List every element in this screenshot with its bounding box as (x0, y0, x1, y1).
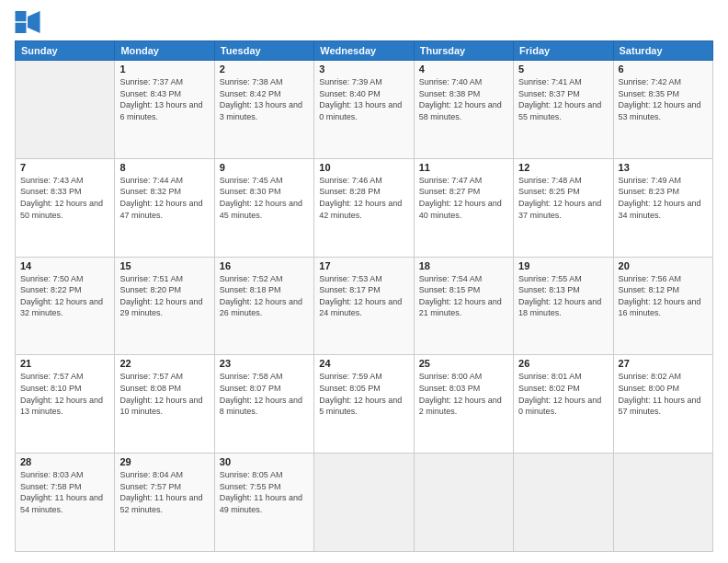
calendar-week-1: 1Sunrise: 7:37 AMSunset: 8:43 PMDaylight… (16, 61, 713, 159)
calendar-cell: 4Sunrise: 7:40 AMSunset: 8:38 PMDaylight… (414, 61, 513, 159)
calendar-cell: 21Sunrise: 7:57 AMSunset: 8:10 PMDayligh… (16, 355, 115, 454)
calendar-table: SundayMondayTuesdayWednesdayThursdayFrid… (15, 40, 713, 552)
day-number: 24 (319, 358, 408, 369)
calendar-cell: 18Sunrise: 7:54 AMSunset: 8:15 PMDayligh… (414, 257, 513, 355)
day-info: Sunrise: 7:53 AMSunset: 8:17 PMDaylight:… (319, 273, 408, 319)
day-number: 7 (20, 162, 109, 173)
day-number: 3 (319, 63, 408, 75)
svg-rect-0 (16, 11, 27, 21)
day-number: 28 (20, 456, 109, 467)
day-info: Sunrise: 7:48 AMSunset: 8:25 PMDaylight:… (518, 175, 608, 221)
day-info: Sunrise: 7:55 AMSunset: 8:13 PMDaylight:… (518, 273, 608, 319)
day-info: Sunrise: 7:57 AMSunset: 8:08 PMDaylight:… (119, 371, 209, 417)
calendar-cell (514, 454, 613, 552)
calendar-cell: 20Sunrise: 7:56 AMSunset: 8:12 PMDayligh… (613, 257, 712, 355)
weekday-header-monday: Monday (115, 41, 214, 61)
day-number: 18 (419, 260, 508, 271)
day-info: Sunrise: 8:01 AMSunset: 8:02 PMDaylight:… (518, 371, 608, 417)
day-info: Sunrise: 7:45 AMSunset: 8:30 PMDaylight:… (220, 175, 309, 221)
calendar-cell: 30Sunrise: 8:05 AMSunset: 7:55 PMDayligh… (214, 454, 313, 552)
calendar-week-5: 28Sunrise: 8:03 AMSunset: 7:58 PMDayligh… (16, 454, 713, 552)
calendar-cell: 23Sunrise: 7:58 AMSunset: 8:07 PMDayligh… (214, 355, 313, 454)
logo (15, 11, 44, 33)
day-number: 17 (319, 260, 408, 271)
day-number: 9 (220, 162, 309, 173)
day-info: Sunrise: 8:03 AMSunset: 7:58 PMDaylight:… (20, 469, 109, 515)
day-info: Sunrise: 7:59 AMSunset: 8:05 PMDaylight:… (319, 371, 408, 417)
calendar-week-4: 21Sunrise: 7:57 AMSunset: 8:10 PMDayligh… (16, 355, 713, 454)
day-number: 23 (220, 358, 309, 369)
day-number: 15 (119, 260, 209, 271)
calendar-cell: 8Sunrise: 7:44 AMSunset: 8:32 PMDaylight… (115, 158, 214, 257)
calendar-cell: 26Sunrise: 8:01 AMSunset: 8:02 PMDayligh… (514, 355, 613, 454)
calendar-cell: 29Sunrise: 8:04 AMSunset: 7:57 PMDayligh… (115, 454, 214, 552)
calendar-cell (613, 454, 712, 552)
day-info: Sunrise: 8:00 AMSunset: 8:03 PMDaylight:… (419, 371, 508, 417)
calendar-cell: 5Sunrise: 7:41 AMSunset: 8:37 PMDaylight… (514, 61, 613, 159)
weekday-header-saturday: Saturday (613, 41, 712, 61)
header (15, 11, 713, 33)
day-number: 25 (419, 358, 508, 369)
day-info: Sunrise: 8:02 AMSunset: 8:00 PMDaylight:… (619, 371, 708, 417)
day-info: Sunrise: 7:58 AMSunset: 8:07 PMDaylight:… (220, 371, 309, 417)
calendar-cell (16, 61, 115, 159)
calendar-cell: 25Sunrise: 8:00 AMSunset: 8:03 PMDayligh… (414, 355, 513, 454)
page: SundayMondayTuesdayWednesdayThursdayFrid… (0, 0, 728, 563)
day-number: 11 (419, 162, 508, 173)
day-info: Sunrise: 7:42 AMSunset: 8:35 PMDaylight:… (619, 76, 708, 122)
calendar-cell: 15Sunrise: 7:51 AMSunset: 8:20 PMDayligh… (115, 257, 214, 355)
day-number: 26 (518, 358, 608, 369)
calendar-cell: 10Sunrise: 7:46 AMSunset: 8:28 PMDayligh… (314, 158, 414, 257)
day-number: 13 (619, 162, 708, 173)
day-number: 4 (419, 63, 508, 75)
day-number: 20 (619, 260, 708, 271)
weekday-header-thursday: Thursday (414, 41, 513, 61)
day-info: Sunrise: 7:38 AMSunset: 8:42 PMDaylight:… (220, 76, 309, 122)
day-number: 12 (518, 162, 608, 173)
day-info: Sunrise: 7:46 AMSunset: 8:28 PMDaylight:… (319, 175, 408, 221)
day-info: Sunrise: 7:51 AMSunset: 8:20 PMDaylight:… (119, 273, 209, 319)
calendar-cell: 2Sunrise: 7:38 AMSunset: 8:42 PMDaylight… (214, 61, 313, 159)
calendar-cell: 1Sunrise: 7:37 AMSunset: 8:43 PMDaylight… (115, 61, 214, 159)
day-info: Sunrise: 7:49 AMSunset: 8:23 PMDaylight:… (619, 175, 708, 221)
day-info: Sunrise: 7:41 AMSunset: 8:37 PMDaylight:… (518, 76, 608, 122)
day-number: 21 (20, 358, 109, 369)
day-number: 29 (119, 456, 209, 467)
day-info: Sunrise: 7:56 AMSunset: 8:12 PMDaylight:… (619, 273, 708, 319)
calendar-cell: 9Sunrise: 7:45 AMSunset: 8:30 PMDaylight… (214, 158, 313, 257)
day-info: Sunrise: 7:47 AMSunset: 8:27 PMDaylight:… (419, 175, 508, 221)
weekday-row: SundayMondayTuesdayWednesdayThursdayFrid… (16, 41, 713, 61)
calendar-cell: 13Sunrise: 7:49 AMSunset: 8:23 PMDayligh… (613, 158, 712, 257)
day-number: 2 (220, 63, 309, 75)
calendar-cell: 7Sunrise: 7:43 AMSunset: 8:33 PMDaylight… (16, 158, 115, 257)
calendar-cell: 17Sunrise: 7:53 AMSunset: 8:17 PMDayligh… (314, 257, 414, 355)
calendar-week-2: 7Sunrise: 7:43 AMSunset: 8:33 PMDaylight… (16, 158, 713, 257)
calendar-body: 1Sunrise: 7:37 AMSunset: 8:43 PMDaylight… (16, 61, 713, 552)
day-info: Sunrise: 7:44 AMSunset: 8:32 PMDaylight:… (119, 175, 209, 221)
day-number: 30 (220, 456, 309, 467)
calendar-header: SundayMondayTuesdayWednesdayThursdayFrid… (16, 41, 713, 61)
weekday-header-wednesday: Wednesday (314, 41, 414, 61)
calendar-cell: 27Sunrise: 8:02 AMSunset: 8:00 PMDayligh… (613, 355, 712, 454)
day-info: Sunrise: 7:52 AMSunset: 8:18 PMDaylight:… (220, 273, 309, 319)
day-info: Sunrise: 7:54 AMSunset: 8:15 PMDaylight:… (419, 273, 508, 319)
day-number: 19 (518, 260, 608, 271)
calendar-cell: 24Sunrise: 7:59 AMSunset: 8:05 PMDayligh… (314, 355, 414, 454)
calendar-cell: 19Sunrise: 7:55 AMSunset: 8:13 PMDayligh… (514, 257, 613, 355)
day-number: 8 (119, 162, 209, 173)
day-info: Sunrise: 7:40 AMSunset: 8:38 PMDaylight:… (419, 76, 508, 122)
calendar-cell (414, 454, 513, 552)
day-number: 1 (119, 63, 209, 75)
svg-rect-1 (16, 23, 27, 33)
svg-marker-2 (28, 11, 40, 33)
day-number: 16 (220, 260, 309, 271)
day-info: Sunrise: 7:37 AMSunset: 8:43 PMDaylight:… (119, 76, 209, 122)
day-number: 10 (319, 162, 408, 173)
weekday-header-sunday: Sunday (16, 41, 115, 61)
day-number: 6 (619, 63, 708, 75)
day-info: Sunrise: 7:39 AMSunset: 8:40 PMDaylight:… (319, 76, 408, 122)
calendar-cell: 11Sunrise: 7:47 AMSunset: 8:27 PMDayligh… (414, 158, 513, 257)
calendar-week-3: 14Sunrise: 7:50 AMSunset: 8:22 PMDayligh… (16, 257, 713, 355)
day-info: Sunrise: 7:50 AMSunset: 8:22 PMDaylight:… (20, 273, 109, 319)
day-number: 27 (619, 358, 708, 369)
